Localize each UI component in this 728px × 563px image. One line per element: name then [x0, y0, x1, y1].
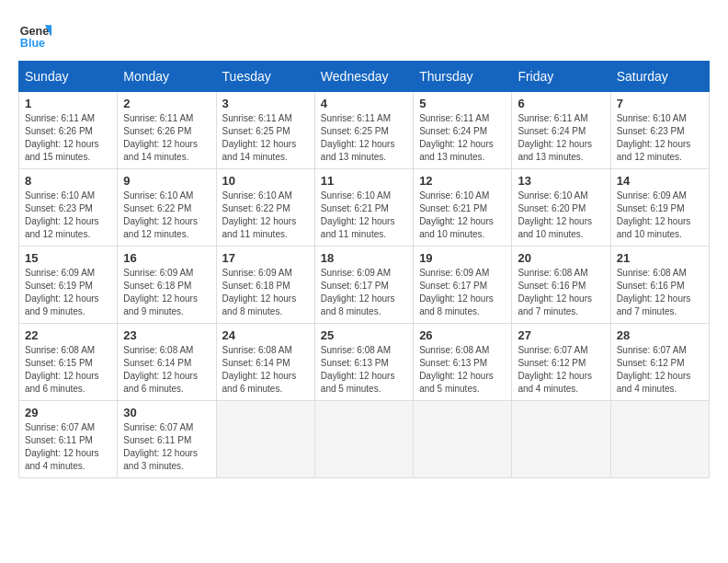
cell-info: Sunrise: 6:11 AMSunset: 6:25 PMDaylight:… [222, 113, 297, 162]
calendar-cell: 1Sunrise: 6:11 AMSunset: 6:26 PMDaylight… [19, 92, 118, 169]
day-number: 6 [518, 97, 604, 110]
day-number: 11 [321, 174, 407, 188]
cell-info: Sunrise: 6:10 AMSunset: 6:23 PMDaylight:… [25, 190, 99, 239]
weekday-header-monday: Monday [118, 62, 216, 92]
cell-info: Sunrise: 6:09 AMSunset: 6:19 PMDaylight:… [617, 190, 691, 239]
weekday-header-tuesday: Tuesday [216, 62, 314, 92]
calendar-cell: 12Sunrise: 6:10 AMSunset: 6:21 PMDayligh… [414, 169, 512, 247]
day-number: 13 [518, 174, 604, 188]
calendar-cell: 16Sunrise: 6:09 AMSunset: 6:18 PMDayligh… [118, 247, 216, 324]
day-number: 22 [25, 328, 111, 342]
calendar-cell: 13Sunrise: 6:10 AMSunset: 6:20 PMDayligh… [512, 169, 610, 247]
cell-info: Sunrise: 6:07 AMSunset: 6:12 PMDaylight:… [518, 345, 592, 394]
calendar-cell: 25Sunrise: 6:08 AMSunset: 6:13 PMDayligh… [314, 324, 413, 401]
calendar-week-row: 15Sunrise: 6:09 AMSunset: 6:19 PMDayligh… [19, 247, 710, 324]
calendar-cell: 6Sunrise: 6:11 AMSunset: 6:24 PMDaylight… [512, 92, 610, 169]
day-number: 7 [617, 97, 703, 110]
calendar-cell: 27Sunrise: 6:07 AMSunset: 6:12 PMDayligh… [512, 324, 610, 401]
day-number: 4 [321, 97, 407, 110]
calendar-cell: 23Sunrise: 6:08 AMSunset: 6:14 PMDayligh… [118, 324, 216, 401]
day-number: 20 [518, 251, 604, 265]
calendar-week-row: 22Sunrise: 6:08 AMSunset: 6:15 PMDayligh… [19, 324, 710, 401]
cell-info: Sunrise: 6:07 AMSunset: 6:12 PMDaylight:… [617, 345, 691, 394]
cell-info: Sunrise: 6:11 AMSunset: 6:26 PMDaylight:… [123, 113, 198, 162]
cell-info: Sunrise: 6:08 AMSunset: 6:13 PMDaylight:… [321, 345, 395, 394]
cell-info: Sunrise: 6:10 AMSunset: 6:21 PMDaylight:… [419, 190, 494, 239]
calendar-week-row: 1Sunrise: 6:11 AMSunset: 6:26 PMDaylight… [19, 92, 710, 169]
calendar-cell: 26Sunrise: 6:08 AMSunset: 6:13 PMDayligh… [414, 324, 512, 401]
weekday-header-wednesday: Wednesday [314, 62, 413, 92]
weekday-header-thursday: Thursday [414, 62, 512, 92]
cell-info: Sunrise: 6:08 AMSunset: 6:16 PMDaylight:… [518, 268, 592, 316]
calendar-cell: 2Sunrise: 6:11 AMSunset: 6:26 PMDaylight… [118, 92, 216, 169]
cell-info: Sunrise: 6:11 AMSunset: 6:24 PMDaylight:… [419, 113, 494, 162]
calendar-cell: 30Sunrise: 6:07 AMSunset: 6:11 PMDayligh… [118, 401, 216, 478]
calendar-cell: 17Sunrise: 6:09 AMSunset: 6:18 PMDayligh… [216, 247, 314, 324]
cell-info: Sunrise: 6:07 AMSunset: 6:11 PMDaylight:… [25, 422, 99, 471]
calendar-cell: 21Sunrise: 6:08 AMSunset: 6:16 PMDayligh… [610, 247, 709, 324]
calendar-cell: 4Sunrise: 6:11 AMSunset: 6:25 PMDaylight… [314, 92, 413, 169]
calendar-cell: 14Sunrise: 6:09 AMSunset: 6:19 PMDayligh… [610, 169, 709, 247]
calendar-cell: 9Sunrise: 6:10 AMSunset: 6:22 PMDaylight… [118, 169, 216, 247]
day-number: 16 [123, 251, 210, 265]
day-number: 12 [419, 174, 506, 188]
cell-info: Sunrise: 6:09 AMSunset: 6:18 PMDaylight:… [222, 268, 297, 316]
day-number: 2 [123, 97, 210, 110]
calendar-cell: 20Sunrise: 6:08 AMSunset: 6:16 PMDayligh… [512, 247, 610, 324]
cell-info: Sunrise: 6:10 AMSunset: 6:20 PMDaylight:… [518, 190, 592, 239]
weekday-header-friday: Friday [512, 62, 610, 92]
day-number: 1 [25, 97, 111, 110]
calendar-cell: 22Sunrise: 6:08 AMSunset: 6:15 PMDayligh… [19, 324, 118, 401]
day-number: 25 [321, 328, 407, 342]
calendar-week-row: 8Sunrise: 6:10 AMSunset: 6:23 PMDaylight… [19, 169, 710, 247]
calendar-cell: 7Sunrise: 6:10 AMSunset: 6:23 PMDaylight… [610, 92, 709, 169]
calendar-cell: 8Sunrise: 6:10 AMSunset: 6:23 PMDaylight… [19, 169, 118, 247]
calendar-cell [314, 401, 413, 478]
day-number: 10 [222, 174, 309, 188]
calendar-cell: 24Sunrise: 6:08 AMSunset: 6:14 PMDayligh… [216, 324, 314, 401]
calendar-cell: 29Sunrise: 6:07 AMSunset: 6:11 PMDayligh… [19, 401, 118, 478]
day-number: 17 [222, 251, 309, 265]
cell-info: Sunrise: 6:11 AMSunset: 6:26 PMDaylight:… [25, 113, 99, 162]
cell-info: Sunrise: 6:08 AMSunset: 6:14 PMDaylight:… [123, 345, 198, 394]
calendar-table: SundayMondayTuesdayWednesdayThursdayFrid… [18, 61, 710, 478]
day-number: 23 [123, 328, 210, 342]
cell-info: Sunrise: 6:10 AMSunset: 6:22 PMDaylight:… [123, 190, 198, 239]
cell-info: Sunrise: 6:10 AMSunset: 6:21 PMDaylight:… [321, 190, 395, 239]
day-number: 28 [617, 328, 703, 342]
day-number: 8 [25, 174, 111, 188]
cell-info: Sunrise: 6:09 AMSunset: 6:17 PMDaylight:… [321, 268, 395, 316]
calendar-cell: 3Sunrise: 6:11 AMSunset: 6:25 PMDaylight… [216, 92, 314, 169]
calendar-cell [414, 401, 512, 478]
day-number: 24 [222, 328, 309, 342]
cell-info: Sunrise: 6:08 AMSunset: 6:13 PMDaylight:… [419, 345, 494, 394]
calendar-cell: 11Sunrise: 6:10 AMSunset: 6:21 PMDayligh… [314, 169, 413, 247]
calendar-cell [512, 401, 610, 478]
weekday-header-row: SundayMondayTuesdayWednesdayThursdayFrid… [19, 62, 710, 92]
weekday-header-saturday: Saturday [610, 62, 709, 92]
day-number: 5 [419, 97, 506, 110]
cell-info: Sunrise: 6:11 AMSunset: 6:25 PMDaylight:… [321, 113, 395, 162]
day-number: 14 [617, 174, 703, 188]
cell-info: Sunrise: 6:11 AMSunset: 6:24 PMDaylight:… [518, 113, 592, 162]
cell-info: Sunrise: 6:09 AMSunset: 6:17 PMDaylight:… [419, 268, 494, 316]
cell-info: Sunrise: 6:08 AMSunset: 6:15 PMDaylight:… [25, 345, 99, 394]
cell-info: Sunrise: 6:08 AMSunset: 6:14 PMDaylight:… [222, 345, 297, 394]
weekday-header-sunday: Sunday [19, 62, 118, 92]
logo: General Blue [18, 18, 51, 52]
day-number: 15 [25, 251, 111, 265]
svg-text:Blue: Blue [20, 37, 45, 50]
day-number: 18 [321, 251, 407, 265]
calendar-week-row: 29Sunrise: 6:07 AMSunset: 6:11 PMDayligh… [19, 401, 710, 478]
calendar-cell: 10Sunrise: 6:10 AMSunset: 6:22 PMDayligh… [216, 169, 314, 247]
calendar-cell [216, 401, 314, 478]
calendar-cell: 5Sunrise: 6:11 AMSunset: 6:24 PMDaylight… [414, 92, 512, 169]
cell-info: Sunrise: 6:10 AMSunset: 6:22 PMDaylight:… [222, 190, 297, 239]
day-number: 29 [25, 406, 111, 419]
cell-info: Sunrise: 6:09 AMSunset: 6:19 PMDaylight:… [25, 268, 99, 316]
calendar-cell [610, 401, 709, 478]
day-number: 3 [222, 97, 309, 110]
page-header: General Blue [18, 18, 710, 52]
cell-info: Sunrise: 6:10 AMSunset: 6:23 PMDaylight:… [617, 113, 691, 162]
calendar-cell: 18Sunrise: 6:09 AMSunset: 6:17 PMDayligh… [314, 247, 413, 324]
